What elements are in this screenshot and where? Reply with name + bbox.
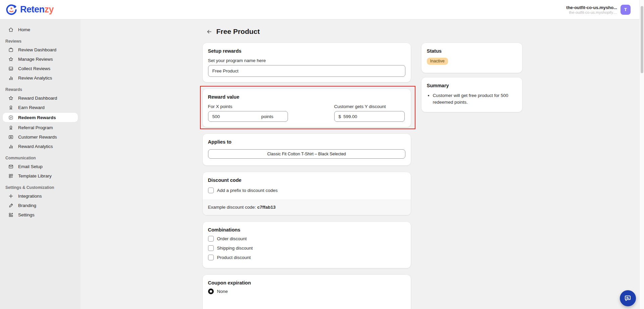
summary-card: Summary Customer will get free product f… [422, 78, 522, 112]
applies-to-card: Applies to Classic Fit Cotton T-Shirt – … [203, 134, 411, 165]
expiration-none-label: None [217, 289, 228, 294]
product-discount-label: Product discount [217, 255, 251, 260]
example-code-strip: Example discount code: c7ffab13 [203, 199, 411, 215]
discount-code-card: Discount code Add a prefix to discount c… [203, 172, 411, 215]
sidebar: Home Reviews Review Dashboard Manage Rev… [0, 19, 81, 309]
sidebar-section-reviews: Reviews [0, 34, 81, 45]
sidebar-item-label: Referral Program [18, 125, 53, 130]
order-discount-checkbox[interactable] [208, 236, 214, 242]
setup-rewards-card: Setup rewards Set your program name here [203, 43, 411, 82]
sidebar-item-email-setup[interactable]: Email Setup [0, 162, 81, 171]
program-name-field [208, 65, 405, 77]
sidebar-item-label: Review Dashboard [18, 47, 56, 52]
sidebar-item-label: Template Library [18, 173, 52, 178]
card-title: Applies to [208, 139, 405, 145]
sidebar-item-review-analytics[interactable]: Review Analytics [0, 73, 81, 83]
reward-value-card: Reward value For X points points Custom [203, 89, 411, 127]
brush-icon [8, 203, 14, 208]
sidebar-item-reward-dashboard[interactable]: Reward Dashboard [0, 93, 81, 103]
page-scrollbar[interactable] [639, 0, 644, 309]
sidebar-section-settings-customization: Settings & Customization [0, 181, 81, 191]
archive-icon [8, 47, 14, 53]
card-title: Reward value [208, 94, 405, 100]
sidebar-item-earn-reward[interactable]: Earn Reward [0, 103, 81, 112]
home-icon [8, 27, 14, 33]
main-content: Free Product Setup rewards Set your prog… [81, 19, 644, 309]
card-title: Setup rewards [208, 48, 405, 54]
order-discount-row[interactable]: Order discount [208, 236, 405, 242]
bar-chart-icon [8, 75, 14, 81]
store-domain: the-outfit-co-us.myshopify.... [566, 10, 617, 14]
card-title: Status [427, 48, 517, 54]
sidebar-item-label: Integrations [18, 194, 42, 199]
discount-label: Customer gets Y discount [334, 104, 405, 109]
sidebar-item-settings[interactable]: Settings [0, 210, 81, 219]
bar-chart-icon [8, 144, 14, 149]
avatar[interactable]: T [621, 5, 631, 15]
status-badge: Inactive [427, 58, 448, 65]
brand-logo[interactable]: Retenzy [5, 4, 54, 16]
sidebar-item-label: Review Analytics [18, 75, 52, 81]
sidebar-item-collect-reviews[interactable]: Collect Reviews [0, 64, 81, 73]
coupon-expiration-card: Coupon expiration None [203, 275, 411, 309]
sidebar-item-label: Reward Dashboard [18, 96, 57, 101]
plus-icon [8, 193, 14, 199]
scrollbar-thumb[interactable] [641, 6, 643, 73]
star-icon [8, 95, 14, 101]
medal-icon [8, 125, 14, 131]
back-button[interactable] [206, 28, 213, 35]
sidebar-item-label: Earn Reward [18, 105, 45, 110]
summary-bullet: Customer will get free product for 500 r… [433, 92, 516, 105]
shipping-discount-checkbox[interactable] [208, 245, 214, 251]
page-title: Free Product [216, 28, 260, 36]
program-name-label: Set your program name here [208, 58, 405, 63]
envelope-icon [8, 164, 14, 169]
sidebar-item-manage-reviews[interactable]: Manage Reviews [0, 54, 81, 64]
card-title: Summary [427, 83, 517, 88]
discount-icon [8, 115, 14, 120]
sidebar-item-label: Home [18, 27, 30, 32]
sidebar-item-home[interactable]: Home [0, 25, 81, 34]
prefix-checkbox-row[interactable]: Add a prefix to discount codes [208, 188, 405, 193]
sidebar-item-branding[interactable]: Branding [0, 201, 81, 210]
sidebar-item-label: Branding [18, 203, 36, 208]
points-label: For X points [208, 104, 334, 109]
sidebar-item-template-library[interactable]: Template Library [0, 171, 81, 181]
sidebar-item-label: Customer Rewards [18, 135, 57, 140]
product-discount-row[interactable]: Product discount [208, 254, 405, 261]
sidebar-item-integrations[interactable]: Integrations [0, 191, 81, 201]
grid-plus-icon [8, 173, 14, 179]
sidebar-section-rewards: Rewards [0, 83, 81, 93]
retenzy-logo-icon [5, 4, 17, 16]
sidebar-item-label: Email Setup [18, 164, 43, 169]
sidebar-item-label: Redeem Rewards [18, 115, 56, 120]
chat-icon [624, 294, 632, 302]
grid-icon [8, 212, 14, 218]
sidebar-section-communication: Communication [0, 151, 81, 162]
prefix-checkbox[interactable] [208, 188, 214, 193]
combinations-card: Combinations Order discount Shipping dis… [203, 222, 411, 268]
product-selection-button[interactable]: Classic Fit Cotton T-Shirt – Black Selec… [208, 149, 405, 159]
sidebar-item-review-dashboard[interactable]: Review Dashboard [0, 45, 81, 54]
product-discount-checkbox[interactable] [208, 255, 214, 260]
expiration-none-row[interactable]: None [208, 289, 405, 294]
sidebar-item-redeem-rewards[interactable]: Redeem Rewards [3, 113, 78, 122]
program-name-input[interactable] [212, 68, 401, 73]
sidebar-item-referral-program[interactable]: Referral Program [0, 123, 81, 132]
arrow-left-icon [206, 29, 212, 35]
points-input[interactable] [212, 114, 261, 119]
discount-input[interactable] [343, 114, 400, 119]
chat-launcher-button[interactable] [620, 290, 636, 306]
shipping-discount-row[interactable]: Shipping discount [208, 245, 405, 251]
store-name: the-outfit-co-us.mysho... [566, 5, 617, 10]
example-code-label: Example discount code: [208, 205, 257, 210]
sidebar-item-reward-analytics[interactable]: Reward Analytics [0, 142, 81, 151]
example-code-value: c7ffab13 [257, 205, 276, 210]
sidebar-item-customer-rewards[interactable]: Customer Rewards [0, 132, 81, 142]
status-card: Status Inactive [422, 43, 522, 73]
store-switcher[interactable]: the-outfit-co-us.mysho... the-outfit-co-… [566, 5, 631, 15]
sidebar-item-label: Reward Analytics [18, 144, 53, 149]
expiration-none-radio[interactable] [208, 289, 214, 294]
gift-card-icon [8, 134, 14, 140]
order-discount-label: Order discount [217, 236, 247, 241]
